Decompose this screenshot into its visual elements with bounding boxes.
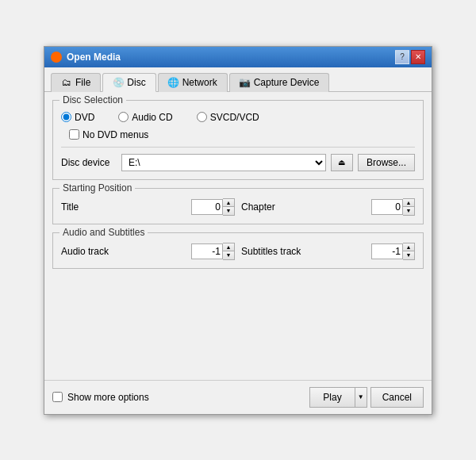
audio-grid: Audio track ▲ ▼ Subtitles track xyxy=(61,243,415,260)
tab-bar: 🗂 File 💿 Disc 🌐 Network 📷 Capture Device xyxy=(44,67,432,92)
subtitles-track-spinner-buttons: ▲ ▼ xyxy=(403,243,415,260)
no-dvd-menus-row: No DVD menus xyxy=(69,129,415,140)
help-button[interactable]: ? xyxy=(395,50,409,64)
divider-1 xyxy=(61,147,415,148)
tab-capture-label: Capture Device xyxy=(254,77,320,88)
title-label: Title xyxy=(61,201,93,213)
dvd-label: DVD xyxy=(75,112,94,123)
close-button[interactable]: ✕ xyxy=(411,50,425,64)
disc-selection-label: Disc Selection xyxy=(60,94,126,105)
audio-track-spinner-buttons: ▲ ▼ xyxy=(223,243,235,260)
eject-icon: ⏏ xyxy=(338,158,345,167)
show-more-label[interactable]: Show more options xyxy=(67,392,149,403)
audio-track-up-button[interactable]: ▲ xyxy=(223,243,234,251)
empty-area xyxy=(52,277,424,372)
title-down-button[interactable]: ▼ xyxy=(223,207,234,215)
position-grid: Title ▲ ▼ Chapter ▲ xyxy=(61,198,415,216)
show-more-checkbox[interactable] xyxy=(52,392,63,402)
browse-button[interactable]: Browse... xyxy=(358,154,415,171)
audio-track-item: Audio track ▲ ▼ xyxy=(61,243,235,260)
title-spinner: ▲ ▼ xyxy=(191,198,235,216)
audio-subtitles-label: Audio and Subtitles xyxy=(60,227,148,238)
no-dvd-menus-label[interactable]: No DVD menus xyxy=(83,129,148,140)
tab-network-label: Network xyxy=(182,77,217,88)
file-icon: 🗂 xyxy=(61,77,72,88)
chapter-up-button[interactable]: ▲ xyxy=(403,199,414,207)
disc-device-select[interactable]: E:\ xyxy=(121,154,326,171)
dvd-radio[interactable] xyxy=(61,112,71,122)
cancel-button[interactable]: Cancel xyxy=(370,387,424,408)
audio-track-spinner: ▲ ▼ xyxy=(191,243,235,260)
title-bar-buttons: ? ✕ xyxy=(395,50,425,64)
no-dvd-menus-checkbox[interactable] xyxy=(69,129,79,140)
dialog-title: Open Media xyxy=(67,52,121,63)
title-bar-left: Open Media xyxy=(51,52,121,63)
device-row: Disc device E:\ ⏏ Browse... xyxy=(61,154,415,171)
chapter-down-button[interactable]: ▼ xyxy=(403,207,414,215)
tab-disc-label: Disc xyxy=(127,77,145,88)
show-more-row: Show more options xyxy=(52,392,149,403)
chapter-label: Chapter xyxy=(241,201,275,213)
tab-file-label: File xyxy=(75,77,90,88)
disc-selection-group: Disc Selection DVD Audio CD SVCD/VCD No … xyxy=(52,100,424,180)
capture-icon: 📷 xyxy=(240,77,251,88)
play-button[interactable]: Play xyxy=(309,387,354,408)
audio-track-down-button[interactable]: ▼ xyxy=(223,251,234,259)
tab-disc[interactable]: 💿 Disc xyxy=(102,73,155,92)
open-media-dialog: Open Media ? ✕ 🗂 File 💿 Disc 🌐 Network 📷… xyxy=(44,46,432,415)
eject-button[interactable]: ⏏ xyxy=(331,154,353,171)
chapter-input[interactable] xyxy=(371,199,403,215)
play-button-container: Play ▼ xyxy=(309,387,367,408)
chapter-position-item: Chapter ▲ ▼ xyxy=(241,198,415,216)
dvd-radio-label[interactable]: DVD xyxy=(61,112,94,123)
app-icon xyxy=(51,52,62,63)
audio-subtitles-group: Audio and Subtitles Audio track ▲ ▼ Subt… xyxy=(52,232,424,269)
audio-cd-radio[interactable] xyxy=(118,112,129,122)
subtitles-track-up-button[interactable]: ▲ xyxy=(403,243,414,251)
starting-position-group: Starting Position Title ▲ ▼ Chapter xyxy=(52,188,424,224)
title-position-item: Title ▲ ▼ xyxy=(61,198,235,216)
subtitles-track-down-button[interactable]: ▼ xyxy=(403,251,414,259)
bottom-bar: Show more options Play ▼ Cancel xyxy=(44,380,432,414)
chapter-spinner-buttons: ▲ ▼ xyxy=(403,198,415,216)
play-dropdown-button[interactable]: ▼ xyxy=(355,387,367,408)
tab-capture[interactable]: 📷 Capture Device xyxy=(229,73,330,92)
title-bar: Open Media ? ✕ xyxy=(44,47,432,67)
title-spinner-buttons: ▲ ▼ xyxy=(223,198,235,216)
audio-cd-radio-label[interactable]: Audio CD xyxy=(118,112,172,123)
subtitles-track-input[interactable] xyxy=(371,243,403,259)
tab-file[interactable]: 🗂 File xyxy=(51,73,101,92)
starting-position-label: Starting Position xyxy=(60,182,135,194)
subtitles-track-item: Subtitles track ▲ ▼ xyxy=(241,243,415,260)
disc-type-radios: DVD Audio CD SVCD/VCD xyxy=(61,112,415,123)
disc-device-label: Disc device xyxy=(61,157,117,168)
audio-track-label: Audio track xyxy=(61,246,117,257)
audio-cd-label: Audio CD xyxy=(132,112,172,123)
svcd-radio[interactable] xyxy=(197,112,207,122)
tab-network[interactable]: 🌐 Network xyxy=(158,73,228,92)
chapter-spinner: ▲ ▼ xyxy=(371,198,415,216)
title-up-button[interactable]: ▲ xyxy=(223,199,234,207)
disc-icon: 💿 xyxy=(113,77,124,88)
audio-track-input[interactable] xyxy=(191,243,223,259)
bottom-buttons: Play ▼ Cancel xyxy=(309,387,424,408)
subtitles-track-label: Subtitles track xyxy=(241,246,301,257)
dialog-content: Disc Selection DVD Audio CD SVCD/VCD No … xyxy=(44,92,432,380)
svcd-label: SVCD/VCD xyxy=(210,112,259,123)
title-input[interactable] xyxy=(191,199,223,215)
subtitles-track-spinner: ▲ ▼ xyxy=(371,243,415,260)
chevron-down-icon: ▼ xyxy=(358,393,364,401)
network-icon: 🌐 xyxy=(168,77,179,88)
svcd-radio-label[interactable]: SVCD/VCD xyxy=(197,112,259,123)
